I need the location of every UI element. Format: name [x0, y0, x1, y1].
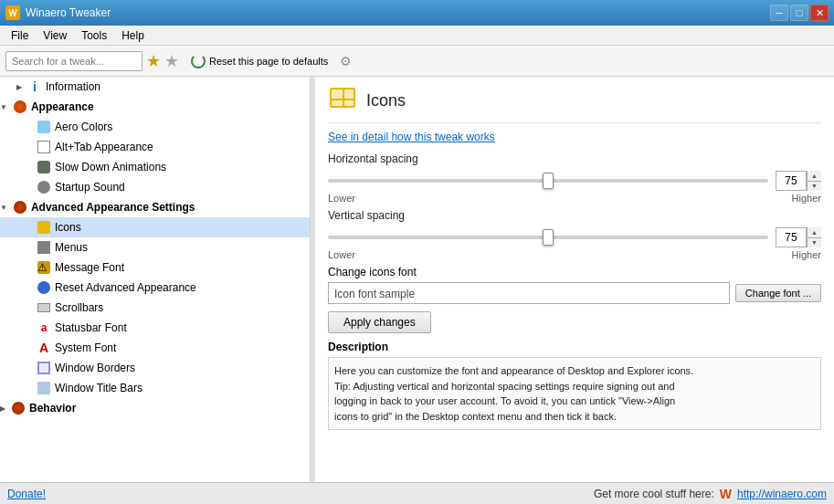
horizontal-increment-button[interactable]: ▲ [808, 171, 821, 182]
svg-rect-1 [332, 89, 343, 99]
menus-icon [37, 240, 51, 255]
vertical-slider-thumb[interactable] [543, 229, 554, 246]
horizontal-slider-track[interactable] [328, 179, 768, 183]
vertical-higher-label: Higher [792, 249, 821, 260]
horizontal-slider-thumb[interactable] [543, 173, 554, 189]
tree-item-appearance[interactable]: ▼ Appearance [0, 97, 310, 117]
star-favorite-icon[interactable]: ★ [146, 51, 161, 71]
tree-item-reset-adv[interactable]: Reset Advanced Appearance [0, 278, 310, 298]
aero-icon [37, 120, 51, 134]
description-text: Here you can customize the font and appe… [328, 357, 821, 430]
toolbar: ★ ★ Reset this page to defaults ⚙ [0, 46, 834, 77]
tree-item-startup-sound[interactable]: Startup Sound [0, 177, 310, 197]
apply-changes-button[interactable]: Apply changes [328, 311, 431, 333]
tree-label: Alt+Tab Appearance [55, 141, 153, 153]
tree-item-aero-colors[interactable]: Aero Colors [0, 117, 310, 137]
page-icon [328, 86, 357, 115]
tree-label: Information [46, 80, 100, 93]
tree-item-statusbar-font[interactable]: a Statusbar Font [0, 318, 310, 338]
tree-item-information[interactable]: ▶ i Information [0, 77, 310, 97]
more-stuff-text: Get more cool stuff here: [594, 488, 714, 500]
tree-item-window-borders[interactable]: Window Borders [0, 358, 310, 378]
vertical-decrement-button[interactable]: ▼ [808, 238, 821, 248]
tree-label: Window Borders [55, 362, 135, 374]
star-icon[interactable]: ★ [164, 51, 179, 71]
tree-item-window-title-bars[interactable]: Window Title Bars [0, 378, 310, 398]
menu-view[interactable]: View [36, 27, 74, 44]
tree-label: Advanced Appearance Settings [31, 201, 195, 214]
tree-expand-icon: ▼ [0, 103, 7, 111]
appearance-icon [13, 100, 27, 114]
info-icon: i [27, 79, 42, 94]
tree-label: Statusbar Font [55, 321, 127, 334]
tree-label: System Font [55, 341, 116, 354]
system-font-icon: A [37, 341, 51, 355]
page-header: Icons [328, 86, 821, 123]
menu-tools[interactable]: Tools [74, 27, 114, 44]
status-bar: Donate! Get more cool stuff here: W http… [0, 482, 834, 504]
tree-label: Reset Advanced Appearance [55, 281, 196, 294]
tree-item-icons[interactable]: Icons [0, 217, 310, 237]
app-icon: W [5, 5, 20, 20]
winaero-url[interactable]: http://winaero.com [737, 488, 827, 500]
svg-rect-4 [344, 100, 354, 106]
description-label: Description [328, 341, 821, 353]
menu-help[interactable]: Help [114, 27, 152, 44]
tree-item-message-font[interactable]: ⚠ Message Font [0, 257, 310, 278]
maximize-button[interactable]: □ [790, 5, 808, 21]
tree-item-behavior[interactable]: ▶ Behavior [0, 398, 310, 418]
font-row: Icon font sample Change font ... [328, 282, 821, 304]
icons-icon [37, 220, 51, 235]
reset-page-button[interactable]: Reset this page to defaults [183, 50, 336, 72]
vertical-lower-label: Lower [328, 249, 355, 260]
detail-link[interactable]: See in detail how this tweak works [328, 131, 821, 143]
menu-file[interactable]: File [4, 27, 36, 44]
horizontal-range-labels: Lower Higher [328, 193, 821, 204]
horizontal-slider-row: ▲ ▼ [328, 171, 821, 191]
window-title-icon [37, 381, 51, 395]
tree-item-system-font[interactable]: A System Font [0, 338, 310, 358]
tree-label: Scrollbars [55, 301, 103, 314]
page-title: Icons [366, 91, 406, 110]
gear-icon[interactable]: ⚙ [340, 54, 352, 68]
minimize-button[interactable]: ─ [770, 5, 788, 21]
tree-item-scrollbars[interactable]: Scrollbars [0, 298, 310, 318]
vertical-value-input[interactable] [776, 227, 807, 247]
title-bar: W Winaero Tweaker ─ □ ✕ [0, 0, 834, 26]
donate-link[interactable]: Donate! [7, 488, 46, 500]
tree-item-menus[interactable]: Menus [0, 237, 310, 257]
horizontal-spacing-label: Horizontal spacing [328, 152, 821, 165]
svg-rect-3 [332, 100, 343, 106]
vertical-increment-button[interactable]: ▲ [808, 227, 821, 238]
change-font-button[interactable]: Change font ... [735, 284, 821, 302]
tree-label: Icons [55, 221, 81, 234]
font-sample-box: Icon font sample [328, 282, 730, 304]
horizontal-decrement-button[interactable]: ▼ [808, 182, 821, 192]
tree-label: Slow Down Animations [55, 161, 166, 173]
tree-item-slow-down[interactable]: Slow Down Animations [0, 157, 310, 177]
svg-rect-2 [344, 89, 354, 99]
alt-tab-icon [37, 140, 51, 154]
statusbar-icon: a [37, 320, 51, 335]
tree-item-adv-appearance[interactable]: ▼ Advanced Appearance Settings [0, 197, 310, 217]
slow-icon [37, 160, 51, 174]
main-layout: ▶ i Information ▼ Appearance Aero Colors… [0, 77, 834, 482]
horizontal-higher-label: Higher [792, 193, 821, 204]
msg-font-icon: ⚠ [37, 260, 51, 275]
tree-item-alt-tab[interactable]: Alt+Tab Appearance [0, 137, 310, 157]
window-borders-icon [37, 361, 51, 375]
tree-label: Appearance [31, 100, 94, 113]
vertical-spinner-arrows: ▲ ▼ [807, 227, 821, 247]
horizontal-value-input[interactable] [776, 171, 807, 191]
search-input[interactable] [5, 51, 143, 71]
menu-bar: File View Tools Help [0, 26, 834, 46]
vertical-slider-track[interactable] [328, 236, 768, 239]
tree-label: Message Font [55, 261, 124, 274]
reset-icon [37, 280, 51, 295]
winaero-logo: W [720, 487, 732, 501]
behavior-icon [11, 401, 26, 415]
close-button[interactable]: ✕ [810, 5, 829, 21]
reset-label: Reset this page to defaults [209, 56, 328, 67]
title-text: Winaero Tweaker [26, 6, 770, 19]
vertical-spacing-label: Vertical spacing [328, 209, 821, 222]
